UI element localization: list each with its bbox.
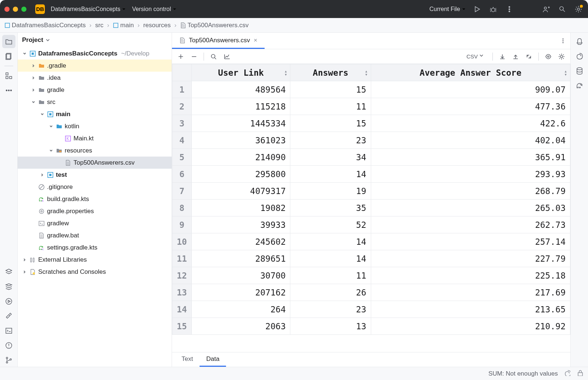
table-row[interactable]: 1426423213.65 (172, 301, 570, 318)
cell[interactable]: 14 (290, 233, 371, 250)
cell[interactable]: 265.03 (371, 200, 570, 216)
tree-item[interactable]: test (18, 169, 172, 181)
row-number[interactable]: 4 (172, 132, 192, 149)
tree-item[interactable]: Top500Answerers.csv (18, 157, 172, 169)
project-panel-header[interactable]: Project (18, 33, 172, 47)
cell[interactable]: 1445334 (191, 115, 290, 132)
row-number[interactable]: 15 (172, 318, 192, 335)
cell[interactable]: 11 (290, 267, 371, 284)
row-number[interactable]: 5 (172, 149, 192, 166)
row-number[interactable]: 6 (172, 166, 192, 183)
cell[interactable]: 30700 (191, 267, 290, 284)
build-tool-button[interactable] (2, 309, 15, 323)
database-tool-button[interactable] (573, 64, 586, 78)
tree-item[interactable]: .idea (18, 72, 172, 84)
cell[interactable]: 15 (290, 115, 371, 132)
column-header[interactable]: Answers▴▾ (290, 64, 371, 81)
ai-assistant-button[interactable] (573, 50, 586, 63)
tree-item[interactable]: .gitignore (18, 181, 172, 193)
layers-tool-button[interactable] (2, 280, 15, 293)
search-button[interactable] (208, 51, 219, 62)
tree-item[interactable]: Scratches and Consoles (18, 266, 172, 278)
tree-item[interactable]: K build.gradle.kts (18, 193, 172, 205)
cell[interactable]: 19 (290, 183, 371, 200)
tree-arrow-icon[interactable] (31, 64, 36, 68)
breadcrumb-item[interactable]: src (95, 22, 104, 29)
row-number[interactable]: 12 (172, 267, 192, 284)
cell[interactable]: 19082 (191, 200, 290, 216)
cell[interactable]: 293.93 (371, 166, 570, 183)
data-grid[interactable]: User Link▴▾Answers▴▾Average Answer Score… (172, 64, 570, 352)
cell[interactable]: 295800 (191, 166, 290, 183)
table-row[interactable]: 15206313210.92 (172, 318, 570, 335)
breadcrumb-item[interactable]: DataframesBasicConcepts (4, 22, 86, 29)
tree-arrow-icon[interactable] (40, 112, 45, 116)
cell[interactable]: 213.65 (371, 301, 570, 318)
settings-button[interactable] (573, 4, 584, 14)
cell[interactable]: 11 (290, 98, 371, 115)
transpose-button[interactable] (524, 51, 534, 62)
tree-item[interactable]: K Main.kt (18, 132, 172, 144)
editor-tab[interactable]: Top500Answerers.csv × (172, 33, 265, 49)
row-number[interactable]: 9 (172, 216, 192, 233)
project-selector[interactable]: DataframesBasicConcepts (51, 6, 126, 12)
cell[interactable]: 268.79 (371, 183, 570, 200)
cell[interactable]: 489564 (191, 81, 290, 98)
import-button[interactable] (497, 51, 508, 62)
structure-tool-button[interactable] (2, 69, 15, 82)
tree-item[interactable]: .gradle (18, 60, 172, 72)
vcs-tool-button[interactable] (2, 354, 15, 367)
row-number[interactable]: 14 (172, 301, 192, 318)
cell[interactable]: 217.69 (371, 284, 570, 301)
text-view-tab[interactable]: Text (175, 352, 200, 367)
cell[interactable]: 245602 (191, 233, 290, 250)
cell[interactable]: 13 (290, 318, 371, 335)
row-number[interactable]: 1 (172, 81, 192, 98)
tree-arrow-icon[interactable] (31, 76, 36, 80)
row-number[interactable]: 11 (172, 250, 192, 267)
tree-item[interactable]: External Libraries (18, 254, 172, 266)
tree-item[interactable]: gradle (18, 84, 172, 96)
csv-format-selector[interactable]: CSV (464, 53, 488, 60)
cell[interactable]: 289651 (191, 250, 290, 267)
services-tool-button[interactable] (2, 265, 15, 279)
tree-arrow-icon[interactable] (49, 125, 54, 128)
cell[interactable]: 422.6 (371, 115, 570, 132)
rownum-header[interactable] (172, 64, 192, 81)
row-number[interactable]: 7 (172, 183, 192, 200)
chevron-down-icon[interactable] (22, 52, 27, 55)
close-window-icon[interactable] (4, 7, 10, 12)
sort-icon[interactable]: ▴▾ (564, 69, 567, 76)
aggregate-status[interactable]: SUM: Not enough values (488, 370, 558, 377)
notifications-button[interactable] (573, 35, 586, 48)
cell[interactable]: 35 (290, 200, 371, 216)
cell[interactable]: 227.79 (371, 250, 570, 267)
search-everywhere-button[interactable] (557, 4, 567, 14)
project-tool-button[interactable] (2, 35, 15, 48)
table-row[interactable]: 93993352262.73 (172, 216, 570, 233)
project-tree[interactable]: DataframesBasicConcepts ~/Develop .gradl… (18, 47, 172, 367)
cell[interactable]: 210.92 (371, 318, 570, 335)
cell[interactable]: 477.36 (371, 98, 570, 115)
table-row[interactable]: 629580014293.93 (172, 166, 570, 183)
tree-item[interactable]: K settings.gradle.kts (18, 241, 172, 254)
add-row-button[interactable] (176, 51, 186, 62)
cell[interactable]: 2063 (191, 318, 290, 335)
terminal-tool-button[interactable] (2, 324, 15, 337)
chevron-right-icon[interactable] (22, 270, 27, 274)
table-row[interactable]: 81908235265.03 (172, 200, 570, 216)
vcs-selector[interactable]: Version control (132, 6, 177, 12)
chevron-right-icon[interactable] (22, 258, 27, 262)
table-row[interactable]: 211521811477.36 (172, 98, 570, 115)
debug-button[interactable] (488, 4, 498, 14)
table-row[interactable]: 1024560214257.14 (172, 233, 570, 250)
remove-row-button[interactable] (189, 51, 199, 62)
cell[interactable]: 402.04 (371, 132, 570, 149)
cell[interactable]: 23 (290, 301, 371, 318)
maximize-window-icon[interactable] (21, 7, 26, 12)
cell[interactable]: 52 (290, 216, 371, 233)
copilot-status-icon[interactable] (564, 369, 570, 378)
table-settings-button[interactable] (556, 51, 567, 62)
cell[interactable]: 14 (290, 166, 371, 183)
cell[interactable]: 264 (191, 301, 290, 318)
